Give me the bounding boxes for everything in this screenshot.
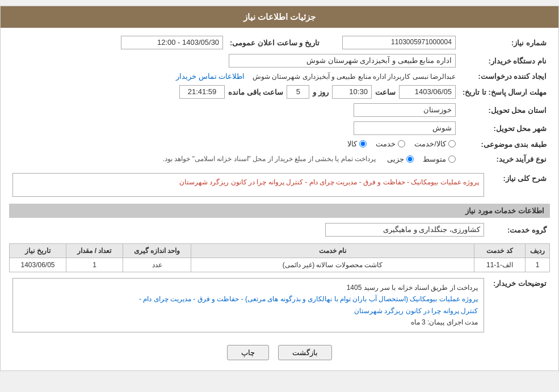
purchase-type-label: نوع فرآیند خرید: xyxy=(459,151,550,166)
services-table: ردیف کد خدمت نام خدمت واحد اندازه گیری ت… xyxy=(9,243,550,272)
cell-code: الف-1-11 xyxy=(474,258,526,272)
page-header: جزئیات اطلاعات نیاز xyxy=(1,6,558,28)
deadline-days: 5 xyxy=(287,85,309,99)
creator-value: عبدالرضا نبسی کاربرداز اداره منابع طبیعی… xyxy=(253,73,456,81)
category-kala-khadamat-label: کالا/خدمت xyxy=(414,140,446,148)
purchase-jozi-item: جزیی xyxy=(387,155,414,163)
col-unit: واحد اندازه گیری xyxy=(123,244,191,258)
announce-date-value: 1403/05/30 - 12:00 xyxy=(121,36,223,49)
page-title: جزئیات اطلاعات نیاز xyxy=(243,12,316,22)
deadline-days-label: روز و xyxy=(313,88,329,96)
buyer-notes-line3: کنترل پروانه چرا در کانون ریزگرد شهرستان xyxy=(19,305,478,317)
deadline-time-label: ساعت xyxy=(375,88,396,96)
col-name: نام خدمت xyxy=(191,244,474,258)
category-label: طبقه بندی موضوعی: xyxy=(459,137,550,151)
purchase-motavaset-label: متوسط xyxy=(423,155,446,163)
print-button[interactable]: چاپ xyxy=(227,345,269,360)
need-description-label: شرح کلی نیاز: xyxy=(487,171,550,199)
buyer-notes-line4: مدت اجرای پیمان: 3 ماه xyxy=(19,317,478,328)
deadline-label: مهلت ارسال پاسخ: تا تاریخ: xyxy=(459,83,550,101)
province-value: خوزستان xyxy=(354,103,456,117)
category-kala-khadamat-radio[interactable] xyxy=(448,140,456,147)
cell-date: 1403/06/05 xyxy=(10,258,66,272)
buyer-notes-line2: پروژه عملیات بیومکانیک (استحصال آب باران… xyxy=(19,293,478,305)
col-row: ردیف xyxy=(526,244,550,258)
purchase-notice: پرداخت تمام یا بخشی از مبلغ خریدار از مح… xyxy=(161,154,378,164)
service-group-value: کشاورزی، جنگلداری و ماهیگیری xyxy=(325,223,484,237)
table-row: 1 الف-1-11 کاشت محصولات سالانه (غیر دائم… xyxy=(10,258,550,272)
need-number-value: 1103005971000004 xyxy=(342,36,456,49)
back-button[interactable]: بازگشت xyxy=(278,345,332,360)
deadline-time: 10:30 xyxy=(332,85,372,99)
buttons-row: بازگشت چاپ xyxy=(9,339,550,365)
category-khadamat-label: خدمت xyxy=(376,140,396,148)
announce-date-label: تاریخ و ساعت اعلان عمومی: xyxy=(226,33,323,52)
city-label: شهر محل تحویل: xyxy=(459,119,550,137)
need-number-label: شماره نیاز: xyxy=(459,33,550,52)
contact-link[interactable]: اطلاعات تماس خریدار xyxy=(176,72,245,81)
category-khadamat-item: خدمت xyxy=(376,140,405,148)
category-kala-radio[interactable] xyxy=(359,140,367,147)
purchase-radio-group: متوسط جزیی xyxy=(387,155,456,163)
deadline-date: 1403/06/05 xyxy=(399,85,456,99)
service-group-label: گروه خدمت: xyxy=(487,221,550,239)
buyer-notes-label: توضیحات خریدار: xyxy=(487,276,550,335)
col-code: کد خدمت xyxy=(474,244,526,258)
need-description-value: پروژه عملیات بیومکانیک - حفاظت و فرق - م… xyxy=(12,173,484,197)
category-khadamat-radio[interactable] xyxy=(398,140,405,147)
category-kala-khadamat-item: کالا/خدمت xyxy=(414,140,456,148)
purchase-motavaset-item: متوسط xyxy=(423,155,456,163)
remaining-label: ساعت باقی مانده xyxy=(228,88,283,96)
purchase-motavaset-radio[interactable] xyxy=(448,155,456,163)
category-radio-group: کالا/خدمت خدمت کالا xyxy=(347,140,456,148)
cell-name: کاشت محصولات سالانه (غیر دائمی) xyxy=(191,258,474,272)
cell-row: 1 xyxy=(526,258,550,272)
province-label: استان محل تحویل: xyxy=(459,101,550,119)
buyer-org-label: نام دستگاه خریدار: xyxy=(459,52,550,70)
category-kala-item: کالا xyxy=(347,140,367,148)
services-section-title: اطلاعات خدمات مورد نیاز xyxy=(9,204,550,218)
purchase-jozi-radio[interactable] xyxy=(406,155,414,163)
col-date: تاریخ نیاز xyxy=(10,244,66,258)
purchase-jozi-label: جزیی xyxy=(387,155,404,163)
remaining-time: 21:41:59 xyxy=(179,85,225,99)
buyer-org-value: اداره منابع طبیعی و آبخیزداری شهرستان شو… xyxy=(229,54,456,68)
cell-unit: عدد xyxy=(123,258,191,272)
cell-quantity: 1 xyxy=(66,258,123,272)
city-value: شوش xyxy=(354,121,456,135)
category-kala-label: کالا xyxy=(347,140,357,148)
creator-label: ایجاد کننده درخواست: xyxy=(459,70,550,83)
col-quantity: تعداد / مقدار xyxy=(66,244,123,258)
buyer-notes-line1: پرداخت از طریق اسناد خزانه با سر رسید 14… xyxy=(19,282,478,293)
buyer-notes-content: پرداخت از طریق اسناد خزانه با سر رسید 14… xyxy=(12,278,484,332)
